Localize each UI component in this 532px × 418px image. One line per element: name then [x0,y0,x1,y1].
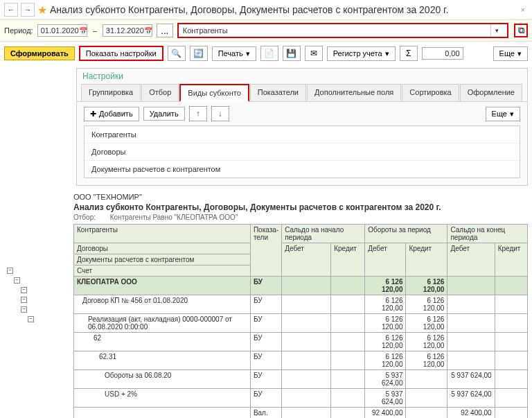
tab-1[interactable]: Отбор [141,84,179,101]
list-item[interactable]: Документы расчетов с контрагентом [85,161,520,177]
dropdown-icon[interactable]: ▾ [490,24,503,37]
search-button[interactable]: 🔍 [168,46,186,61]
generate-button[interactable]: Сформировать [4,46,75,60]
delete-button[interactable]: Удалить [143,107,185,121]
open-subkonto-button[interactable]: ⧉ [514,24,528,37]
close-icon[interactable]: × [518,6,528,14]
settings-panel: Настройки ГруппировкаОтборВиды субконтоП… [76,68,528,186]
tree-toggle[interactable]: − [21,306,27,313]
tab-0[interactable]: Группировка [81,84,141,101]
list-item[interactable]: Договоры [85,143,520,161]
add-button[interactable]: ✚ Добавить [84,107,139,121]
period-select-button[interactable]: ... [157,24,173,37]
back-button[interactable]: ← [4,3,18,17]
date-to-input[interactable]: 31.12.2020📅 [103,24,152,37]
tab-6[interactable]: Оформление [460,84,522,101]
report-org: ООО "ТЕХНОМИР" [73,193,528,201]
settings-more-button[interactable]: Еще ▾ [486,107,520,121]
move-up-button[interactable]: ↑ [189,106,207,121]
tab-4[interactable]: Дополнительные поля [307,84,401,101]
report-filter: Отбор: Контрагенты Равно "КЛЕОПАТРА ООО" [73,214,528,221]
sum-field[interactable]: 0,00 [422,47,463,60]
tree-toggle[interactable]: − [14,277,20,284]
tree-toggle[interactable]: − [21,287,27,293]
settings-title: Настройки [77,69,527,84]
report-grid: Контрагенты Показа- тели Сальдо на начал… [73,224,528,418]
save-button[interactable]: 💾 [283,46,301,61]
page-title: Анализ субконто Контрагенты, Договоры, Д… [50,4,515,15]
sum-icon[interactable]: Σ [400,46,418,61]
forward-button[interactable]: → [21,3,35,17]
favorite-icon[interactable]: ★ [37,3,47,17]
tree-toggle[interactable]: − [28,316,34,322]
tab-2[interactable]: Виды субконто [179,84,249,102]
tree-toggle[interactable]: − [21,297,27,303]
calendar-icon[interactable]: 📅 [144,27,152,35]
subkonto-input[interactable]: Контрагенты ▾ [177,23,508,38]
calendar-icon[interactable]: 📅 [79,27,87,35]
more-button[interactable]: Еще ▾ [493,46,528,61]
report-title: Анализ субконто Контрагенты, Договоры, Д… [73,201,528,214]
refresh-button[interactable]: 🔄 [190,46,208,61]
tree-toggle[interactable]: − [7,268,13,274]
email-button[interactable]: ✉ [305,46,323,61]
show-settings-button[interactable]: Показать настройки [79,46,163,61]
tab-5[interactable]: Сортировка [402,84,459,101]
period-label: Период: [4,26,33,35]
move-down-button[interactable]: ↓ [211,106,229,121]
tab-3[interactable]: Показатели [250,84,306,101]
list-item[interactable]: Контрагенты [85,126,520,143]
doc-icon[interactable]: 📄 [260,46,278,61]
register-button[interactable]: Регистр учета ▾ [327,46,396,61]
date-from-input[interactable]: 01.01.2020📅 [37,24,87,37]
print-button[interactable]: Печать ▾ [212,46,256,61]
